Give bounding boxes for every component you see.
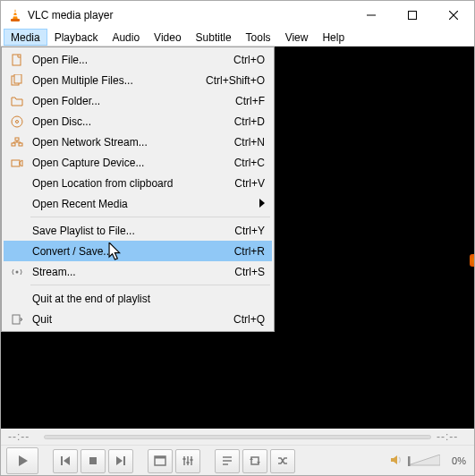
volume-slider[interactable] (408, 455, 440, 467)
svg-rect-8 (13, 55, 21, 65)
playback-controls: 0% (1, 445, 474, 476)
seek-track[interactable] (44, 435, 431, 439)
menu-item-label: Open Folder... (27, 95, 235, 107)
menu-item-label: Open Capture Device... (27, 157, 234, 169)
svg-marker-46 (408, 455, 440, 465)
menu-audio[interactable]: Audio (105, 29, 147, 46)
menu-item-shortcut: Ctrl+N (234, 136, 265, 149)
menu-video-label: Video (154, 31, 181, 44)
capture-icon (7, 157, 27, 169)
menu-item-open-disc[interactable]: Open Disc... Ctrl+D (4, 111, 272, 132)
menu-item-label: Stream... (27, 266, 234, 278)
menu-subtitle[interactable]: Subtitle (189, 29, 239, 46)
stream-icon (7, 266, 27, 278)
menu-item-shortcut: Ctrl+V (234, 177, 265, 190)
svg-marker-44 (257, 462, 260, 464)
svg-rect-37 (183, 458, 186, 460)
menu-item-label: Open Disc... (27, 115, 234, 128)
speaker-icon[interactable] (390, 454, 404, 469)
menu-item-open-file[interactable]: Open File... Ctrl+O (4, 49, 272, 70)
menu-item-label: Quit (27, 313, 233, 326)
menu-item-label: Convert / Save... (27, 245, 234, 258)
svg-rect-33 (155, 456, 165, 459)
video-area: Open File... Ctrl+O Open Multiple Files.… (1, 47, 474, 429)
menu-item-shortcut: Ctrl+Y (234, 225, 265, 237)
menu-item-shortcut: Ctrl+S (234, 266, 265, 278)
menu-item-shortcut: Ctrl+C (234, 157, 265, 169)
file-icon (7, 54, 27, 66)
menu-item-open-multiple[interactable]: Open Multiple Files... Ctrl+Shift+O (4, 70, 272, 90)
playlist-button[interactable] (215, 449, 240, 473)
submenu-arrow-icon (259, 198, 265, 210)
menu-view-label: View (285, 31, 309, 44)
svg-rect-29 (89, 457, 97, 464)
menu-tools[interactable]: Tools (239, 29, 278, 46)
menu-video[interactable]: Video (147, 29, 188, 46)
time-elapsed: --:-- (8, 430, 38, 443)
disc-icon (7, 115, 27, 128)
svg-point-23 (16, 270, 19, 273)
window-title: VLC media player (28, 9, 351, 21)
loop-button[interactable] (242, 449, 267, 473)
menu-item-open-folder[interactable]: Open Folder... Ctrl+F (4, 90, 272, 111)
svg-rect-39 (191, 459, 193, 461)
menu-audio-label: Audio (112, 31, 140, 44)
shuffle-button[interactable] (270, 449, 295, 473)
menu-item-shortcut: Ctrl+R (234, 245, 265, 258)
menu-item-shortcut: Ctrl+F (235, 95, 265, 107)
menu-item-shortcut: Ctrl+Q (233, 313, 265, 326)
menu-item-open-clipboard[interactable]: Open Location from clipboard Ctrl+V (4, 173, 272, 193)
play-button[interactable] (6, 447, 38, 474)
svg-rect-13 (12, 143, 15, 146)
svg-point-12 (16, 120, 19, 123)
svg-rect-3 (13, 15, 18, 16)
previous-button[interactable] (53, 449, 78, 473)
menu-separator (30, 217, 270, 217)
menu-item-shortcut: Ctrl+O (233, 54, 265, 66)
menu-item-label: Open Location from clipboard (27, 177, 234, 190)
menu-subtitle-label: Subtitle (196, 31, 232, 44)
files-icon (7, 74, 27, 87)
fullscreen-button[interactable] (148, 449, 173, 473)
menu-media[interactable]: Media (4, 29, 47, 46)
menu-item-label: Open Recent Media (27, 198, 265, 210)
svg-rect-2 (13, 12, 16, 13)
minimize-button[interactable] (351, 1, 392, 29)
svg-rect-5 (409, 11, 417, 19)
menu-view[interactable]: View (278, 29, 316, 46)
menu-item-label: Save Playlist to File... (27, 225, 234, 237)
svg-rect-1 (11, 19, 20, 21)
next-button[interactable] (108, 449, 133, 473)
menu-item-shortcut: Ctrl+Shift+O (206, 74, 265, 87)
quit-icon (7, 313, 27, 326)
svg-rect-14 (19, 143, 22, 146)
menu-item-quit-end[interactable]: Quit at the end of playlist (4, 288, 272, 309)
menu-playback[interactable]: Playback (47, 29, 106, 46)
svg-marker-28 (64, 456, 70, 465)
menu-item-label: Open Network Stream... (27, 136, 234, 149)
menu-item-open-recent[interactable]: Open Recent Media (4, 193, 272, 214)
time-total: --:-- (437, 430, 467, 443)
menu-item-label: Quit at the end of playlist (27, 293, 265, 305)
menu-item-save-playlist[interactable]: Save Playlist to File... Ctrl+Y (4, 220, 272, 241)
menu-item-open-capture[interactable]: Open Capture Device... Ctrl+C (4, 152, 272, 173)
menu-item-stream[interactable]: Stream... Ctrl+S (4, 261, 272, 282)
menu-item-open-network[interactable]: Open Network Stream... Ctrl+N (4, 132, 272, 152)
svg-marker-30 (116, 456, 123, 465)
stop-button[interactable] (81, 449, 106, 473)
menu-playback-label: Playback (55, 31, 98, 44)
menu-item-convert-save[interactable]: Convert / Save... Ctrl+R (4, 241, 272, 261)
svg-marker-45 (391, 455, 397, 464)
menu-item-label: Open Multiple Files... (27, 74, 206, 87)
menu-item-quit[interactable]: Quit Ctrl+Q (4, 309, 272, 329)
vlc-cone-icon (8, 8, 22, 22)
extended-settings-button[interactable] (175, 449, 200, 473)
svg-marker-0 (13, 9, 18, 20)
folder-icon (7, 95, 27, 107)
close-button[interactable] (433, 1, 474, 29)
menu-help[interactable]: Help (315, 29, 352, 46)
svg-point-11 (12, 116, 22, 127)
maximize-button[interactable] (392, 1, 433, 29)
svg-rect-15 (15, 138, 19, 140)
svg-rect-31 (123, 456, 125, 465)
